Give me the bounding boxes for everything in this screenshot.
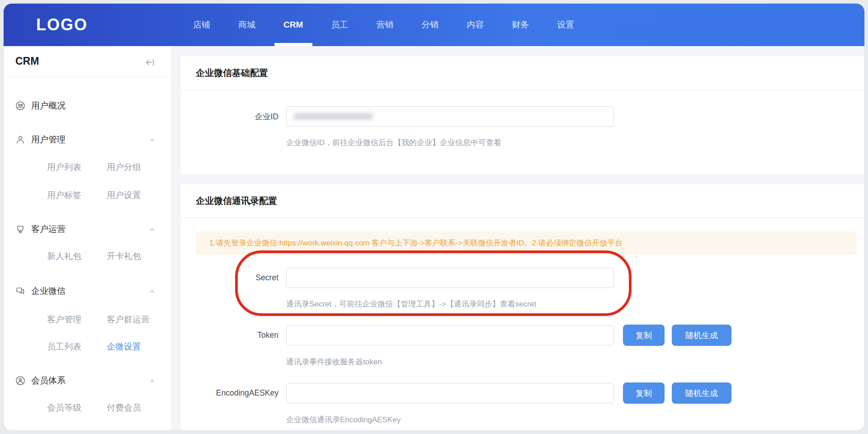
section-title: 企业微信基础配置: [196, 67, 268, 79]
form-row-corp-id: 企业ID: [181, 106, 864, 127]
sidebar-group-label: 客户运营: [31, 223, 66, 235]
form-row-aeskey: EncodingAESKey 复制 随机生成: [181, 382, 864, 404]
sidebar-item-newcomer-pack[interactable]: 新人礼包: [47, 250, 81, 262]
token-random-generate-button[interactable]: 随机生成: [672, 325, 731, 346]
chevron-up-icon[interactable]: [149, 377, 156, 384]
nav-item-finance[interactable]: 财务: [498, 4, 543, 46]
corp-id-input-wrap: [286, 106, 614, 127]
wecom-contacts-config-card: 企业微信通讯录配置 1.请先登录企业微信:https://work.weixin…: [181, 184, 864, 430]
sidebar-group-customer-ops[interactable]: 客户运营: [4, 222, 171, 236]
card-body: 企业ID 企业微信ID，前往企业微信后台【我的企业】企业信息中可查看: [181, 90, 864, 174]
form-row-token: Token 复制 随机生成: [181, 325, 864, 346]
sidebar-item-wecom-settings[interactable]: 企微设置: [107, 341, 141, 353]
chevron-up-icon[interactable]: [149, 137, 156, 143]
card-header: 企业微信基础配置: [181, 56, 864, 90]
nav-item-shop[interactable]: 店铺: [179, 4, 224, 46]
corp-id-input[interactable]: [286, 106, 614, 127]
nav-item-content[interactable]: 内容: [453, 4, 498, 46]
form-row-secret: Secret: [181, 268, 864, 288]
nav-item-mall[interactable]: 商城: [224, 4, 269, 46]
field-secret: Secret 通讯录Secret，可前往企业微信【管理工具】->【通讯录同步】查…: [181, 268, 864, 309]
field-token: Token 复制 随机生成 通讯录事件接收服务器token: [181, 325, 864, 367]
sidebar-subrow: 新人礼包 开卡礼包: [4, 250, 171, 264]
nav-item-settings[interactable]: 设置: [543, 4, 588, 46]
sidebar-group-membership[interactable]: 会员体系: [4, 374, 171, 387]
card-header: 企业微信通讯录配置: [181, 184, 864, 218]
aeskey-input-wrap: [286, 383, 614, 403]
sidebar-item-member-levels[interactable]: 会员等级: [47, 402, 81, 414]
sidebar-subrow: 会员等级 付费会员: [4, 402, 171, 415]
nav-item-marketing[interactable]: 营销: [362, 4, 407, 46]
sidebar-item-user-groups[interactable]: 用户分组: [107, 161, 141, 173]
nav-item-crm[interactable]: CRM: [269, 4, 317, 46]
sidebar-subrow: 员工列表 企微设置: [4, 341, 171, 354]
secret-input-wrap: [286, 268, 614, 288]
sidebar-item-card-pack[interactable]: 开卡礼包: [107, 250, 141, 262]
token-input[interactable]: [286, 325, 614, 345]
card-body: 1.请先登录企业微信:https://work.weixin.qq.com 客户…: [181, 231, 864, 430]
warning-banner: 1.请先登录企业微信:https://work.weixin.qq.com 客户…: [196, 231, 857, 255]
chevron-up-icon[interactable]: [149, 226, 156, 233]
nav-item-distribution[interactable]: 分销: [407, 4, 453, 46]
member-icon: [15, 376, 25, 386]
sidebar-subrow: 客户管理 客户群运营: [4, 314, 171, 327]
users-overview-icon: [15, 101, 25, 111]
main-content: 企业微信基础配置 企业ID 企业微信ID，前往企业微信后台【我的企业】企业信息中…: [171, 46, 864, 430]
sidebar: CRM 用户概况: [4, 46, 171, 430]
sidebar-item-user-settings[interactable]: 用户设置: [107, 189, 141, 201]
sidebar-group-wecom[interactable]: 企业微信: [4, 284, 171, 298]
sidebar-item-customer-management[interactable]: 客户管理: [47, 314, 81, 326]
chevron-up-icon[interactable]: [149, 288, 156, 295]
collapse-left-icon[interactable]: [145, 57, 156, 68]
token-input-wrap: [286, 325, 614, 345]
sidebar-subrow: 用户列表 用户分组: [4, 161, 171, 175]
logo: LOGO: [36, 4, 88, 46]
top-navbar: LOGO 店铺 商城 CRM 员工 营销 分销 内容 财务 设置: [4, 4, 864, 46]
sidebar-item-user-list[interactable]: 用户列表: [47, 161, 81, 173]
token-copy-button[interactable]: 复制: [623, 325, 665, 346]
corp-id-label: 企业ID: [181, 111, 278, 122]
aeskey-random-generate-button[interactable]: 随机生成: [672, 382, 731, 404]
aeskey-helper: 企业微信通讯录EncodingAESKey: [286, 415, 864, 425]
sidebar-group-label: 用户管理: [31, 134, 66, 146]
sidebar-item-user-tags[interactable]: 用户标签: [47, 189, 81, 201]
wecom-chat-icon: [15, 286, 25, 296]
sidebar-header: CRM: [4, 46, 171, 77]
wecom-base-config-card: 企业微信基础配置 企业ID 企业微信ID，前往企业微信后台【我的企业】企业信息中…: [181, 56, 864, 174]
sidebar-group-label: 会员体系: [31, 375, 66, 387]
secret-input[interactable]: [286, 268, 614, 288]
sidebar-title: CRM: [15, 55, 39, 67]
sidebar-group-user-management[interactable]: 用户管理: [4, 133, 171, 146]
user-icon: [15, 135, 25, 145]
token-label: Token: [181, 330, 278, 340]
field-encoding-aes-key: EncodingAESKey 复制 随机生成 企业微信通讯录EncodingAE…: [181, 382, 864, 425]
sidebar-item-label: 用户概况: [31, 100, 66, 112]
corp-id-helper: 企业微信ID，前往企业微信后台【我的企业】企业信息中可查看: [286, 137, 864, 148]
secret-label: Secret: [181, 273, 278, 283]
sidebar-item-user-overview[interactable]: 用户概况: [4, 99, 171, 113]
token-buttons: 复制 随机生成: [623, 325, 731, 346]
aeskey-label: EncodingAESKey: [181, 388, 278, 398]
token-helper: 通讯录事件接收服务器token: [286, 357, 864, 367]
aeskey-buttons: 复制 随机生成: [623, 382, 731, 404]
sidebar-subrow: 用户标签 用户设置: [4, 189, 171, 203]
aeskey-copy-button[interactable]: 复制: [623, 382, 665, 404]
sidebar-item-staff-list[interactable]: 员工列表: [47, 341, 81, 353]
nav-item-staff[interactable]: 员工: [317, 4, 362, 46]
secret-helper: 通讯录Secret，可前往企业微信【管理工具】->【通讯录同步】查看secret: [286, 299, 864, 309]
sidebar-item-paid-members[interactable]: 付费会员: [107, 402, 141, 414]
top-nav-menu: 店铺 商城 CRM 员工 营销 分销 内容 财务 设置: [179, 4, 588, 46]
aeskey-input[interactable]: [286, 383, 614, 403]
section-title: 企业微信通讯录配置: [196, 195, 277, 207]
customer-ops-icon: [15, 224, 25, 234]
sidebar-item-customer-group-ops[interactable]: 客户群运营: [107, 314, 150, 326]
app-window: LOGO 店铺 商城 CRM 员工 营销 分销 内容 财务 设置 CRM: [4, 4, 864, 430]
sidebar-group-label: 企业微信: [31, 285, 66, 297]
